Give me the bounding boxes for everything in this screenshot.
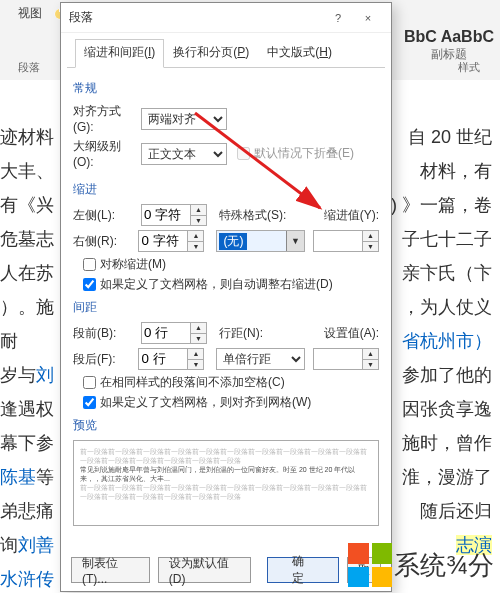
style-gallery-item[interactable]: BbC AaBbC 副标题 — [404, 28, 494, 63]
spin-down-icon[interactable]: ▼ — [190, 334, 206, 344]
help-button[interactable]: ? — [323, 5, 353, 31]
alignment-select[interactable]: 两端对齐 — [141, 108, 227, 130]
spin-down-icon[interactable]: ▼ — [190, 216, 206, 226]
space-before-spinner[interactable]: ▲▼ — [141, 322, 207, 344]
ribbon-group-styles: 样式 — [458, 60, 480, 75]
auto-indent-checkbox[interactable] — [83, 278, 96, 291]
watermark-text: 系统¾分 — [394, 548, 494, 583]
close-button[interactable]: × — [353, 5, 383, 31]
collapse-checkbox — [237, 147, 250, 160]
dialog-titlebar[interactable]: 段落 ? × — [61, 3, 391, 33]
group-spacing: 间距 — [73, 299, 379, 316]
group-general: 常规 — [73, 80, 379, 97]
ribbon-group-paragraph: 段落 — [18, 60, 40, 75]
line-spacing-select[interactable]: 单倍行距 — [216, 348, 305, 370]
spin-up-icon[interactable]: ▲ — [190, 323, 206, 334]
indent-right-label: 右侧(R): — [73, 233, 134, 250]
spin-down-icon[interactable]: ▼ — [362, 242, 378, 252]
tab-indent-spacing[interactable]: 缩进和间距(I) — [75, 39, 164, 68]
paragraph-dialog: 段落 ? × 缩进和间距(I) 换行和分页(P) 中文版式(H) 常规 对齐方式… — [60, 2, 392, 592]
watermark-logo: 系统¾分 — [348, 543, 494, 587]
mirror-indent-label: 对称缩进(M) — [100, 256, 166, 273]
spin-up-icon[interactable]: ▲ — [190, 205, 206, 216]
chevron-down-icon[interactable]: ▼ — [286, 231, 304, 251]
tab-asian-typography[interactable]: 中文版式(H) — [258, 39, 341, 68]
nospace-same-style-checkbox[interactable] — [83, 376, 96, 389]
collapse-label: 默认情况下折叠(E) — [254, 145, 354, 162]
tabs-button[interactable]: 制表位(T)... — [71, 557, 150, 583]
group-indent: 缩进 — [73, 181, 379, 198]
auto-indent-label: 如果定义了文档网格，则自动调整右缩进(D) — [100, 276, 333, 293]
dialog-tabs: 缩进和间距(I) 换行和分页(P) 中文版式(H) — [67, 37, 385, 68]
preview-box: 前一段落前一段落前一段落前一段落前一段落前一段落前一段落前一段落前一段落前一段落… — [73, 440, 379, 526]
windows-icon — [348, 543, 392, 587]
ribbon-tab-view[interactable]: 视图 — [18, 5, 42, 22]
indent-by-spinner[interactable]: ▲▼ — [313, 230, 379, 252]
special-format-label: 特殊格式(S): — [219, 207, 291, 224]
set-at-label: 设置值(A): — [324, 325, 379, 342]
indent-left-spinner[interactable]: ▲▼ — [141, 204, 207, 226]
spin-down-icon[interactable]: ▼ — [187, 242, 203, 252]
special-format-select[interactable]: (无) ▼ — [216, 230, 305, 252]
spin-up-icon[interactable]: ▲ — [362, 231, 378, 242]
tab-line-page-breaks[interactable]: 换行和分页(P) — [164, 39, 258, 68]
space-after-spinner[interactable]: ▲▼ — [138, 348, 204, 370]
spin-up-icon[interactable]: ▲ — [187, 231, 203, 242]
set-default-button[interactable]: 设为默认值(D) — [158, 557, 251, 583]
spin-down-icon[interactable]: ▼ — [362, 360, 378, 370]
snap-grid-label: 如果定义了文档网格，则对齐到网格(W) — [100, 394, 311, 411]
nospace-same-style-label: 在相同样式的段落间不添加空格(C) — [100, 374, 285, 391]
spin-up-icon[interactable]: ▲ — [187, 349, 203, 360]
snap-grid-checkbox[interactable] — [83, 396, 96, 409]
ok-button[interactable]: 确定 — [267, 557, 339, 583]
outline-level-select[interactable]: 正文文本 — [141, 143, 227, 165]
dialog-title: 段落 — [69, 9, 323, 26]
indent-by-label: 缩进值(Y): — [324, 207, 379, 224]
spin-up-icon[interactable]: ▲ — [362, 349, 378, 360]
line-spacing-label: 行距(N): — [219, 325, 291, 342]
space-after-label: 段后(F): — [73, 351, 134, 368]
spin-down-icon[interactable]: ▼ — [187, 360, 203, 370]
alignment-label: 对齐方式(G): — [73, 103, 137, 134]
indent-right-spinner[interactable]: ▲▼ — [138, 230, 204, 252]
group-preview: 预览 — [73, 417, 379, 434]
outline-level-label: 大纲级别(O): — [73, 138, 137, 169]
document-body-left: 迹材料 大丰、 有《兴 危墓志 人在苏 ）。施耐 岁与刘 逢遇权 幕下参 陈基等… — [0, 120, 58, 593]
dialog-footer: 制表位(T)... 设为默认值(D) 确定 取 — [61, 549, 391, 591]
space-before-label: 段前(B): — [73, 325, 137, 342]
set-at-spinner[interactable]: ▲▼ — [313, 348, 379, 370]
indent-left-label: 左侧(L): — [73, 207, 137, 224]
mirror-indent-checkbox[interactable] — [83, 258, 96, 271]
